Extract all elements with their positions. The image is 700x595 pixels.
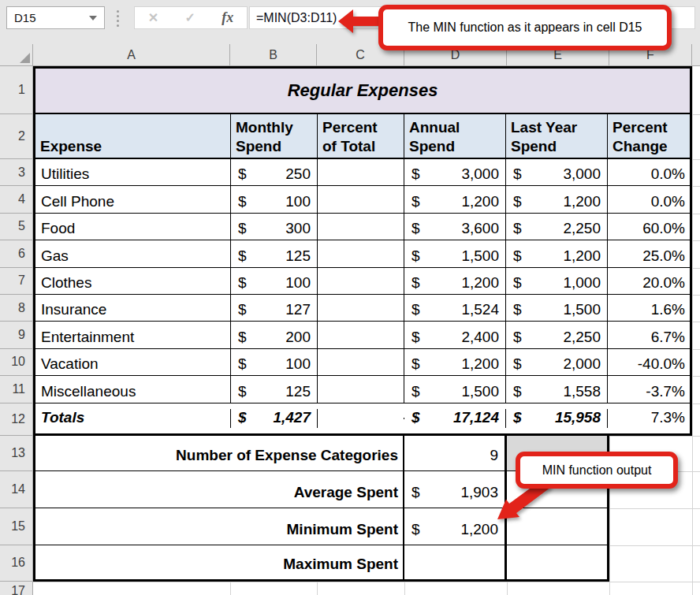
cell-percent-of-total[interactable] [318, 295, 404, 321]
row-header-7[interactable]: 7 [0, 268, 32, 295]
row-header-11[interactable]: 11 [0, 376, 32, 403]
cell-monthly-spend[interactable]: $250 [231, 159, 318, 185]
cell-percent-change[interactable]: 0.0% [608, 159, 690, 185]
cell-percent-of-total[interactable] [318, 268, 404, 294]
cancel-icon[interactable]: ✕ [148, 10, 158, 25]
cell-monthly-spend[interactable]: $100 [231, 186, 318, 212]
cell-annual-spend[interactable]: $1,200 [404, 349, 506, 375]
row-header-15[interactable]: 15 [0, 508, 32, 545]
cell-expense-name[interactable]: Entertainment [35, 322, 231, 348]
cell-percent-of-total[interactable] [318, 349, 404, 375]
header-percent-of-total[interactable]: Percentof Total [318, 114, 404, 158]
cell-maximum-spent[interactable] [404, 545, 507, 579]
cell-annual-spend[interactable]: $1,500 [404, 376, 506, 402]
cell-percent-of-total[interactable] [318, 214, 404, 240]
cell-totals-percent-of-total[interactable] [318, 418, 404, 419]
cell-totals-annual[interactable]: $17,124 [404, 409, 506, 428]
row-header-8[interactable]: 8 [0, 295, 32, 322]
cell-percent-of-total[interactable] [318, 186, 404, 212]
row-header-6[interactable]: 6 [0, 240, 32, 267]
cell-annual-spend[interactable]: $3,600 [404, 214, 506, 240]
select-all-corner[interactable] [0, 44, 33, 65]
cell-totals-label[interactable]: Totals [35, 409, 231, 428]
column-header-g-sliver[interactable] [692, 44, 700, 65]
cell-annual-spend[interactable]: $1,200 [404, 186, 506, 212]
name-box-dropdown-icon[interactable] [89, 16, 97, 20]
cell-expense-name[interactable]: Vacation [35, 349, 231, 375]
cell-annual-spend[interactable]: $1,200 [404, 268, 506, 294]
cell-monthly-spend[interactable]: $100 [231, 349, 318, 375]
cell-last-year-spend[interactable]: $1,500 [506, 295, 608, 321]
label-number-of-categories[interactable]: Number of Expense Categories [35, 436, 404, 470]
cell-monthly-spend[interactable]: $300 [231, 214, 318, 240]
insert-function-icon[interactable]: fx [222, 9, 233, 26]
cell-annual-spend[interactable]: $1,524 [404, 295, 506, 321]
cell-monthly-spend[interactable]: $125 [231, 240, 318, 266]
cell-percent-change[interactable]: 25.0% [608, 240, 690, 266]
label-average-spent[interactable]: Average Spent [35, 471, 404, 508]
header-monthly-spend[interactable]: MonthlySpend [231, 114, 318, 158]
cell-last-year-spend[interactable]: $1,558 [506, 376, 608, 402]
cell-totals-last-year[interactable]: $15,958 [506, 409, 608, 428]
row-header-17[interactable]: 17 [0, 582, 32, 595]
cell-totals-monthly[interactable]: $1,427 [231, 409, 318, 428]
cell-monthly-spend[interactable]: $125 [231, 376, 318, 402]
cell-percent-change[interactable]: 6.7% [608, 322, 690, 348]
header-expense[interactable]: Expense [35, 114, 231, 158]
cell-percent-change[interactable]: 1.6% [608, 295, 690, 321]
cell-totals-percent-change[interactable]: 7.3% [608, 409, 690, 428]
enter-icon[interactable]: ✓ [184, 10, 195, 25]
row-header-16[interactable]: 16 [0, 545, 32, 582]
row-header-1[interactable]: 1 [0, 66, 32, 114]
cell-expense-name[interactable]: Food [35, 214, 231, 240]
cell-last-year-spend[interactable]: $2,250 [506, 322, 608, 348]
header-annual-spend[interactable]: AnnualSpend [404, 114, 506, 158]
row-header-2[interactable]: 2 [0, 114, 32, 159]
cell-percent-change[interactable]: 60.0% [608, 214, 690, 240]
cell-last-year-spend[interactable]: $3,000 [506, 159, 608, 185]
cell-expense-name[interactable]: Insurance [35, 295, 231, 321]
cell-average-spent[interactable]: $1,903 [404, 471, 507, 508]
cell-expense-name[interactable]: Gas [35, 240, 231, 266]
label-maximum-spent[interactable]: Maximum Spent [35, 545, 404, 579]
row-header-12[interactable]: 12 [0, 403, 32, 436]
row-header-9[interactable]: 9 [0, 322, 32, 348]
cell-expense-name[interactable]: Cell Phone [35, 186, 231, 212]
cell-annual-spend[interactable]: $3,000 [404, 159, 506, 185]
cell-percent-change[interactable]: 0.0% [608, 186, 690, 212]
cell-percent-of-total[interactable] [318, 240, 404, 266]
row-header-4[interactable]: 4 [0, 186, 32, 213]
row-header-13[interactable]: 13 [0, 436, 32, 471]
cell-percent-change[interactable]: -3.7% [608, 376, 690, 402]
header-last-year-spend[interactable]: Last YearSpend [506, 114, 608, 158]
cell-monthly-spend[interactable]: $200 [231, 322, 318, 348]
cell-monthly-spend[interactable]: $127 [231, 295, 318, 321]
cell-category-count[interactable]: 9 [404, 436, 507, 470]
label-minimum-spent[interactable]: Minimum Spent [35, 508, 404, 545]
header-percent-change[interactable]: PercentChange [608, 114, 690, 158]
cell-monthly-spend[interactable]: $100 [231, 268, 318, 294]
cell-last-year-spend[interactable]: $2,250 [506, 214, 608, 240]
cell-expense-name[interactable]: Miscellaneous [35, 376, 231, 402]
table-title-cell[interactable]: Regular Expenses [35, 69, 690, 114]
row-header-14[interactable]: 14 [0, 471, 32, 508]
cell-minimum-spent-d15[interactable]: $1,200 [404, 508, 507, 545]
cell-percent-of-total[interactable] [318, 159, 404, 185]
cell-percent-change[interactable]: 20.0% [608, 268, 690, 294]
cell-e16[interactable] [507, 545, 607, 579]
row-header-5[interactable]: 5 [0, 214, 32, 240]
cell-last-year-spend[interactable]: $1,200 [506, 240, 608, 266]
cell-expense-name[interactable]: Clothes [35, 268, 231, 294]
column-header-b[interactable]: B [230, 44, 317, 65]
row-header-10[interactable]: 10 [0, 349, 32, 376]
cell-percent-of-total[interactable] [318, 376, 404, 402]
row-header-3[interactable]: 3 [0, 159, 32, 186]
cell-e15[interactable] [507, 508, 607, 545]
cell-last-year-spend[interactable]: $1,200 [506, 186, 608, 212]
cell-expense-name[interactable]: Utilities [35, 159, 231, 185]
cell-annual-spend[interactable]: $1,500 [404, 240, 506, 266]
name-box[interactable]: D15 [6, 6, 105, 29]
cell-last-year-spend[interactable]: $1,000 [506, 268, 608, 294]
cell-percent-of-total[interactable] [318, 322, 404, 348]
cell-annual-spend[interactable]: $2,400 [404, 322, 506, 348]
